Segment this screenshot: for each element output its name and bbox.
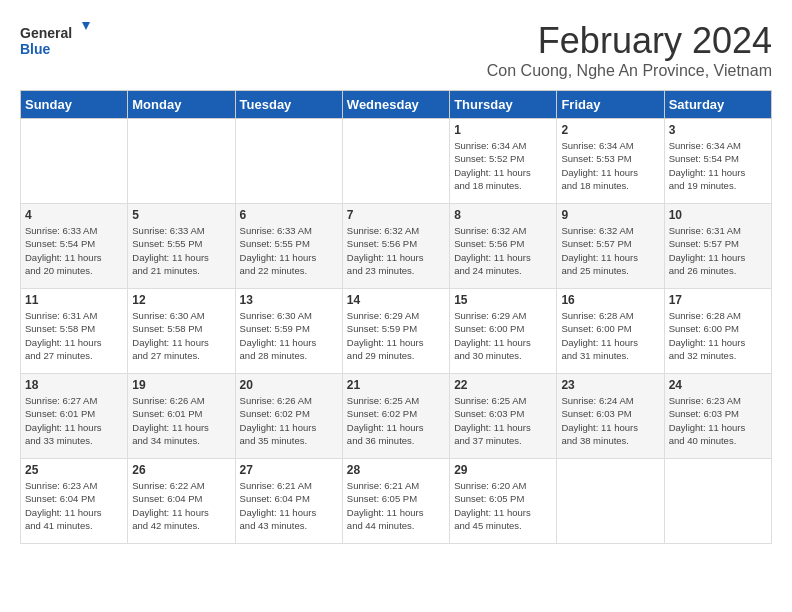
calendar-cell: 25Sunrise: 6:23 AM Sunset: 6:04 PM Dayli… bbox=[21, 459, 128, 544]
day-info: Sunrise: 6:23 AM Sunset: 6:04 PM Dayligh… bbox=[25, 479, 123, 532]
day-info: Sunrise: 6:32 AM Sunset: 5:56 PM Dayligh… bbox=[347, 224, 445, 277]
logo: General Blue bbox=[20, 20, 90, 60]
calendar-cell: 29Sunrise: 6:20 AM Sunset: 6:05 PM Dayli… bbox=[450, 459, 557, 544]
day-number: 26 bbox=[132, 463, 230, 477]
calendar-cell: 6Sunrise: 6:33 AM Sunset: 5:55 PM Daylig… bbox=[235, 204, 342, 289]
day-info: Sunrise: 6:25 AM Sunset: 6:02 PM Dayligh… bbox=[347, 394, 445, 447]
calendar-cell: 1Sunrise: 6:34 AM Sunset: 5:52 PM Daylig… bbox=[450, 119, 557, 204]
day-info: Sunrise: 6:33 AM Sunset: 5:55 PM Dayligh… bbox=[240, 224, 338, 277]
day-number: 2 bbox=[561, 123, 659, 137]
day-info: Sunrise: 6:33 AM Sunset: 5:55 PM Dayligh… bbox=[132, 224, 230, 277]
day-info: Sunrise: 6:34 AM Sunset: 5:52 PM Dayligh… bbox=[454, 139, 552, 192]
calendar-cell bbox=[235, 119, 342, 204]
day-number: 29 bbox=[454, 463, 552, 477]
weekday-header-saturday: Saturday bbox=[664, 91, 771, 119]
month-title: February 2024 bbox=[20, 20, 772, 62]
calendar-cell: 12Sunrise: 6:30 AM Sunset: 5:58 PM Dayli… bbox=[128, 289, 235, 374]
day-number: 25 bbox=[25, 463, 123, 477]
day-info: Sunrise: 6:33 AM Sunset: 5:54 PM Dayligh… bbox=[25, 224, 123, 277]
calendar-cell: 24Sunrise: 6:23 AM Sunset: 6:03 PM Dayli… bbox=[664, 374, 771, 459]
day-info: Sunrise: 6:26 AM Sunset: 6:01 PM Dayligh… bbox=[132, 394, 230, 447]
day-info: Sunrise: 6:30 AM Sunset: 5:58 PM Dayligh… bbox=[132, 309, 230, 362]
day-info: Sunrise: 6:21 AM Sunset: 6:05 PM Dayligh… bbox=[347, 479, 445, 532]
calendar-cell bbox=[21, 119, 128, 204]
calendar-cell: 26Sunrise: 6:22 AM Sunset: 6:04 PM Dayli… bbox=[128, 459, 235, 544]
day-info: Sunrise: 6:34 AM Sunset: 5:53 PM Dayligh… bbox=[561, 139, 659, 192]
day-info: Sunrise: 6:28 AM Sunset: 6:00 PM Dayligh… bbox=[669, 309, 767, 362]
day-number: 19 bbox=[132, 378, 230, 392]
calendar-cell: 3Sunrise: 6:34 AM Sunset: 5:54 PM Daylig… bbox=[664, 119, 771, 204]
day-number: 1 bbox=[454, 123, 552, 137]
day-number: 5 bbox=[132, 208, 230, 222]
calendar-cell bbox=[557, 459, 664, 544]
day-info: Sunrise: 6:28 AM Sunset: 6:00 PM Dayligh… bbox=[561, 309, 659, 362]
calendar-cell: 23Sunrise: 6:24 AM Sunset: 6:03 PM Dayli… bbox=[557, 374, 664, 459]
calendar-cell: 27Sunrise: 6:21 AM Sunset: 6:04 PM Dayli… bbox=[235, 459, 342, 544]
day-number: 20 bbox=[240, 378, 338, 392]
weekday-header-sunday: Sunday bbox=[21, 91, 128, 119]
calendar-cell: 9Sunrise: 6:32 AM Sunset: 5:57 PM Daylig… bbox=[557, 204, 664, 289]
day-info: Sunrise: 6:23 AM Sunset: 6:03 PM Dayligh… bbox=[669, 394, 767, 447]
day-number: 16 bbox=[561, 293, 659, 307]
svg-text:Blue: Blue bbox=[20, 41, 51, 57]
svg-marker-2 bbox=[82, 22, 90, 30]
calendar-cell: 16Sunrise: 6:28 AM Sunset: 6:00 PM Dayli… bbox=[557, 289, 664, 374]
weekday-header-wednesday: Wednesday bbox=[342, 91, 449, 119]
calendar-cell: 5Sunrise: 6:33 AM Sunset: 5:55 PM Daylig… bbox=[128, 204, 235, 289]
day-number: 18 bbox=[25, 378, 123, 392]
weekday-header-friday: Friday bbox=[557, 91, 664, 119]
day-number: 11 bbox=[25, 293, 123, 307]
calendar-cell: 15Sunrise: 6:29 AM Sunset: 6:00 PM Dayli… bbox=[450, 289, 557, 374]
day-number: 14 bbox=[347, 293, 445, 307]
day-info: Sunrise: 6:29 AM Sunset: 6:00 PM Dayligh… bbox=[454, 309, 552, 362]
day-number: 13 bbox=[240, 293, 338, 307]
day-number: 6 bbox=[240, 208, 338, 222]
location-title: Con Cuong, Nghe An Province, Vietnam bbox=[20, 62, 772, 80]
calendar-cell: 18Sunrise: 6:27 AM Sunset: 6:01 PM Dayli… bbox=[21, 374, 128, 459]
day-number: 12 bbox=[132, 293, 230, 307]
calendar-cell: 28Sunrise: 6:21 AM Sunset: 6:05 PM Dayli… bbox=[342, 459, 449, 544]
calendar-cell: 22Sunrise: 6:25 AM Sunset: 6:03 PM Dayli… bbox=[450, 374, 557, 459]
day-number: 9 bbox=[561, 208, 659, 222]
calendar-cell: 19Sunrise: 6:26 AM Sunset: 6:01 PM Dayli… bbox=[128, 374, 235, 459]
svg-text:General: General bbox=[20, 25, 72, 41]
day-info: Sunrise: 6:31 AM Sunset: 5:58 PM Dayligh… bbox=[25, 309, 123, 362]
calendar-cell: 21Sunrise: 6:25 AM Sunset: 6:02 PM Dayli… bbox=[342, 374, 449, 459]
day-info: Sunrise: 6:32 AM Sunset: 5:56 PM Dayligh… bbox=[454, 224, 552, 277]
day-number: 8 bbox=[454, 208, 552, 222]
weekday-header-tuesday: Tuesday bbox=[235, 91, 342, 119]
calendar-cell: 17Sunrise: 6:28 AM Sunset: 6:00 PM Dayli… bbox=[664, 289, 771, 374]
day-info: Sunrise: 6:30 AM Sunset: 5:59 PM Dayligh… bbox=[240, 309, 338, 362]
day-number: 28 bbox=[347, 463, 445, 477]
day-number: 24 bbox=[669, 378, 767, 392]
day-number: 27 bbox=[240, 463, 338, 477]
day-info: Sunrise: 6:24 AM Sunset: 6:03 PM Dayligh… bbox=[561, 394, 659, 447]
day-number: 23 bbox=[561, 378, 659, 392]
day-info: Sunrise: 6:27 AM Sunset: 6:01 PM Dayligh… bbox=[25, 394, 123, 447]
calendar-cell: 8Sunrise: 6:32 AM Sunset: 5:56 PM Daylig… bbox=[450, 204, 557, 289]
day-info: Sunrise: 6:34 AM Sunset: 5:54 PM Dayligh… bbox=[669, 139, 767, 192]
day-number: 10 bbox=[669, 208, 767, 222]
day-info: Sunrise: 6:22 AM Sunset: 6:04 PM Dayligh… bbox=[132, 479, 230, 532]
day-number: 22 bbox=[454, 378, 552, 392]
calendar-cell: 14Sunrise: 6:29 AM Sunset: 5:59 PM Dayli… bbox=[342, 289, 449, 374]
calendar-table: SundayMondayTuesdayWednesdayThursdayFrid… bbox=[20, 90, 772, 544]
day-number: 4 bbox=[25, 208, 123, 222]
day-number: 3 bbox=[669, 123, 767, 137]
calendar-cell: 7Sunrise: 6:32 AM Sunset: 5:56 PM Daylig… bbox=[342, 204, 449, 289]
calendar-cell: 2Sunrise: 6:34 AM Sunset: 5:53 PM Daylig… bbox=[557, 119, 664, 204]
day-info: Sunrise: 6:29 AM Sunset: 5:59 PM Dayligh… bbox=[347, 309, 445, 362]
day-info: Sunrise: 6:20 AM Sunset: 6:05 PM Dayligh… bbox=[454, 479, 552, 532]
day-info: Sunrise: 6:25 AM Sunset: 6:03 PM Dayligh… bbox=[454, 394, 552, 447]
day-number: 7 bbox=[347, 208, 445, 222]
header-section: February 2024 Con Cuong, Nghe An Provinc… bbox=[20, 20, 772, 80]
calendar-cell: 13Sunrise: 6:30 AM Sunset: 5:59 PM Dayli… bbox=[235, 289, 342, 374]
calendar-cell bbox=[664, 459, 771, 544]
day-info: Sunrise: 6:21 AM Sunset: 6:04 PM Dayligh… bbox=[240, 479, 338, 532]
day-info: Sunrise: 6:31 AM Sunset: 5:57 PM Dayligh… bbox=[669, 224, 767, 277]
day-info: Sunrise: 6:26 AM Sunset: 6:02 PM Dayligh… bbox=[240, 394, 338, 447]
calendar-cell: 4Sunrise: 6:33 AM Sunset: 5:54 PM Daylig… bbox=[21, 204, 128, 289]
weekday-header-thursday: Thursday bbox=[450, 91, 557, 119]
day-number: 15 bbox=[454, 293, 552, 307]
day-number: 17 bbox=[669, 293, 767, 307]
